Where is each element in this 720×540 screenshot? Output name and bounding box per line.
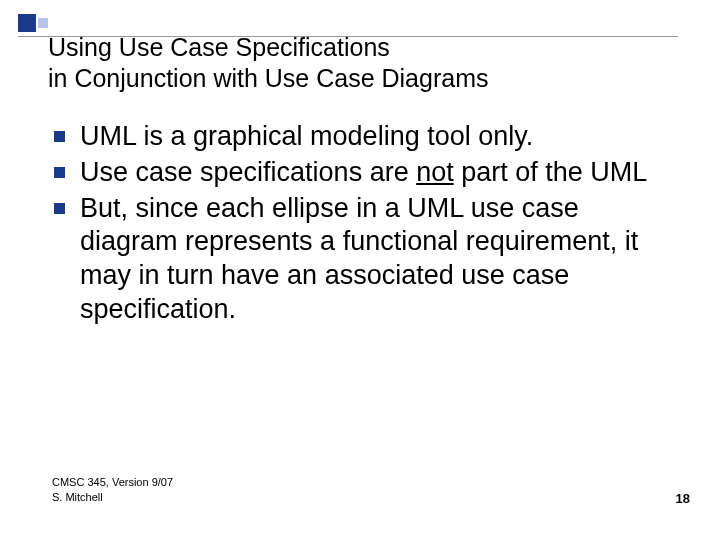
- list-item: UML is a graphical modeling tool only.: [52, 120, 670, 154]
- title-line-2: in Conjunction with Use Case Diagrams: [48, 64, 488, 92]
- bullet-text: But, since each ellipse in a UML use cas…: [80, 193, 638, 324]
- footer-line-2: S. Mitchell: [52, 491, 103, 503]
- bullet-text-post: part of the UML: [454, 157, 648, 187]
- footer-line-1: CMSC 345, Version 9/07: [52, 476, 173, 488]
- bullet-text-pre: Use case specifications are: [80, 157, 416, 187]
- bullet-text-underline: not: [416, 157, 454, 187]
- list-item: Use case specifications are not part of …: [52, 156, 670, 190]
- list-item: But, since each ellipse in a UML use cas…: [52, 192, 670, 327]
- bullet-list: UML is a graphical modeling tool only. U…: [52, 120, 670, 329]
- page-number: 18: [676, 491, 690, 506]
- title-line-1: Using Use Case Specifications: [48, 33, 390, 61]
- slide-title: Using Use Case Specifications in Conjunc…: [48, 32, 488, 95]
- corner-decoration: [18, 14, 52, 48]
- bullet-text: UML is a graphical modeling tool only.: [80, 121, 533, 151]
- footer: CMSC 345, Version 9/07 S. Mitchell: [52, 475, 173, 504]
